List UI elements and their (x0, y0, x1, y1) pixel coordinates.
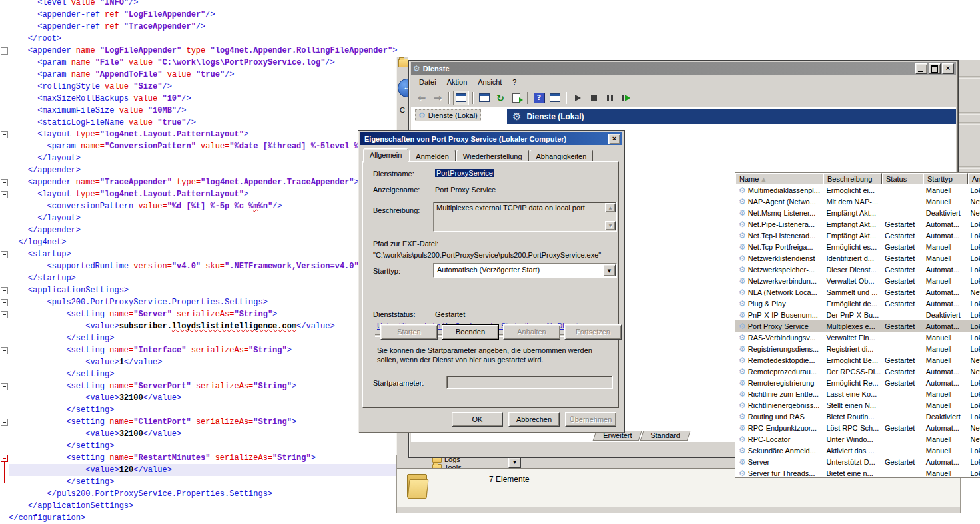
ok-button[interactable]: OK (452, 412, 503, 427)
code-line[interactable]: </root> (9, 33, 980, 45)
service-row[interactable]: ⚙Remoteprozedurau...Der RPCSS-Di...Gesta… (735, 366, 980, 377)
service-row[interactable]: ⚙NLA (Network Loca...Sammelt und ...Gest… (735, 286, 980, 298)
refresh-icon[interactable] (493, 91, 508, 105)
service-row[interactable]: ⚙Registrierungsdiens...Registriert di...… (735, 343, 980, 354)
service-row[interactable]: ⚙Routing und RASBietet Routin...Deaktivi… (735, 411, 980, 422)
service-cell: Manuell (923, 447, 967, 455)
service-row[interactable]: ⚙RPC-Endpunktzuor...Löst RPC-Sch...Gesta… (735, 422, 980, 433)
service-row[interactable]: ⚙Richtlinie zum Entfe...Lässt eine Ko...… (735, 388, 980, 399)
start-service-icon[interactable] (570, 91, 585, 105)
service-row[interactable]: ⚙NAP-Agent (Netwo...Mit dem NAP-...Manue… (735, 196, 980, 207)
tree-toggle-icon[interactable] (453, 91, 469, 105)
stop-service-icon[interactable] (586, 91, 601, 105)
service-cell: Manuell (923, 198, 967, 206)
service-row[interactable]: ⚙Sekundäre Anmeld...Aktiviert das ...Man… (735, 445, 980, 456)
startup-type-combobox[interactable]: Automatisch (Verzögerter Start) ▼ (433, 263, 617, 278)
column-header-beschreibung[interactable]: Beschreibung (823, 173, 882, 184)
service-cell: Unterstützt D... (823, 458, 881, 466)
dialog-close-button[interactable]: × (608, 134, 620, 144)
description-box[interactable]: Multiplexes external TCP/IP data on loca… (433, 202, 617, 232)
service-cell: Lokaler Dienst (967, 254, 980, 262)
tab-allgemein[interactable]: Allgemein (363, 148, 408, 163)
service-row[interactable]: ⚙Net.Tcp-Portfreiga...Ermöglicht es...Ge… (735, 241, 980, 252)
service-row[interactable]: ⚙Netzwerkverbindun...Verwaltet Ob...Gest… (735, 275, 980, 286)
service-cell: Lokales System (967, 401, 980, 409)
start-params-input[interactable] (446, 376, 613, 389)
service-row[interactable]: ⚙PnP-X-IP-Busenum...Der PnP-X-Bu...Deakt… (735, 309, 980, 320)
fold-toggle-icon[interactable] (1, 383, 8, 390)
service-row[interactable]: ⚙Port Proxy ServiceMultiplexes e...Gesta… (735, 320, 980, 332)
fold-toggle-icon[interactable] (1, 299, 8, 306)
fold-toggle-icon[interactable] (1, 419, 8, 426)
properties-icon[interactable] (477, 91, 492, 105)
service-row[interactable]: ⚙Multimediaklassenpl...Ermöglicht ei...M… (735, 184, 980, 196)
export-icon[interactable] (509, 91, 524, 105)
code-line[interactable]: <level value="INFO"/> (9, 0, 980, 9)
fold-toggle-icon[interactable] (1, 191, 8, 198)
code-line[interactable]: <appender-ref ref="TraceAppender"/> (9, 21, 980, 33)
column-header-anmeldenals[interactable]: Anmelden als (968, 173, 980, 184)
fold-toggle-icon[interactable] (1, 311, 8, 318)
code-line[interactable]: </configuration> (9, 512, 980, 524)
maximize-button[interactable] (929, 63, 941, 74)
menu-?[interactable]: ? (508, 77, 521, 87)
service-cell: Bietet Routin... (823, 413, 881, 421)
tree-item-dienste-lokal[interactable]: ⚙ Dienste (Lokal) (415, 109, 481, 121)
service-row[interactable]: ⚙ServerUnterstützt D...GestartetAutomat.… (735, 456, 980, 467)
restart-service-icon[interactable] (618, 91, 633, 105)
combo-dropdown-button[interactable]: ▼ (603, 264, 616, 276)
extended-view-icon[interactable] (548, 91, 562, 105)
menu-datei[interactable]: Datei (414, 77, 441, 87)
service-row[interactable]: ⚙Richtlinienergebniss...Stellt einen N..… (735, 399, 980, 411)
desc-scroll-down[interactable]: ▼ (605, 221, 616, 230)
code-line[interactable]: <appender name="LogFileAppender" type="l… (9, 45, 980, 57)
service-cell: Lokales System (967, 413, 980, 421)
column-header-name[interactable]: Name▲ (735, 173, 823, 184)
service-row[interactable]: ⚙RAS-Verbindungsv...Verwaltet Ein...Manu… (735, 332, 980, 343)
service-row[interactable]: ⚙Net.Pipe-Listenera...Empfängt Akt...Ges… (735, 218, 980, 230)
beenden-button[interactable]: Beenden (442, 324, 499, 340)
desc-scroll-up[interactable]: ▲ (605, 203, 616, 212)
service-row[interactable]: ⚙Netzwerkspeicher-...Dieser Dienst...Ges… (735, 264, 980, 275)
service-name-cell: ⚙Plug & Play (735, 299, 823, 308)
services-titlebar[interactable]: ⚙ Dienste × (411, 62, 956, 75)
fold-toggle-icon[interactable] (1, 347, 8, 354)
service-row[interactable]: ⚙Plug & PlayErmöglicht de...GestartetAut… (735, 298, 980, 309)
menu-aktion[interactable]: Aktion (442, 77, 472, 87)
dropdown-button[interactable]: ▼ (508, 457, 521, 468)
fold-toggle-icon[interactable] (1, 131, 8, 138)
fold-toggle-icon[interactable] (1, 251, 8, 258)
service-cell: Automat... (923, 322, 967, 330)
service-cell: Lokales System (967, 186, 980, 194)
view-tab-standard[interactable]: Standard (640, 431, 690, 441)
fold-toggle-icon[interactable] (1, 287, 8, 294)
pause-service-icon[interactable] (602, 91, 617, 105)
menu-ansicht[interactable]: Ansicht (473, 77, 506, 87)
back-button[interactable]: ← (398, 79, 408, 97)
service-row[interactable]: ⚙NetzwerklistendienstIdentifiziert d...G… (735, 252, 980, 264)
service-row[interactable]: ⚙RPC-LocatorUnter Windo...ManuellNetzwer… (735, 433, 980, 445)
service-name-value[interactable]: PortProxyService (435, 169, 494, 177)
column-header-status[interactable]: Status (882, 173, 923, 184)
service-gear-icon: ⚙ (739, 423, 746, 433)
service-row[interactable]: ⚙Server für Threads...Bietet eine n...Ma… (735, 467, 980, 477)
folder-tree-item[interactable]: Tools (432, 463, 512, 468)
column-header-starttyp[interactable]: Starttyp (923, 173, 968, 184)
help-icon[interactable]: ? (532, 91, 546, 105)
code-line[interactable]: <appender-ref ref="LogFileAppender"/> (9, 9, 980, 21)
abbrechen-button[interactable]: Abbrechen (508, 412, 560, 427)
service-row[interactable]: ⚙RemoteregistrierungErmöglicht Re...Gest… (735, 377, 980, 388)
service-cell: Automat... (923, 288, 967, 296)
service-name-cell: ⚙NAP-Agent (Netwo... (735, 197, 823, 206)
minimize-button[interactable] (915, 63, 927, 74)
close-button[interactable]: × (942, 63, 954, 74)
service-row[interactable]: ⚙Net.Msmq-Listener...Empfängt Akt...Deak… (735, 207, 980, 218)
service-row[interactable]: ⚙Net.Tcp-Listenerad...Empfängt Akt...Ges… (735, 230, 980, 241)
back-icon[interactable] (414, 91, 429, 105)
fold-toggle-icon[interactable] (1, 47, 8, 55)
dialog-titlebar[interactable]: Eigenschaften von Port Proxy Service (Lo… (360, 132, 622, 145)
service-row[interactable]: ⚙Remotedesktopdie...Ermöglicht Be...Gest… (735, 354, 980, 366)
service-name-label: Dienstname: (373, 170, 414, 178)
fold-toggle-icon[interactable] (1, 179, 8, 186)
forward-icon[interactable] (430, 91, 445, 105)
